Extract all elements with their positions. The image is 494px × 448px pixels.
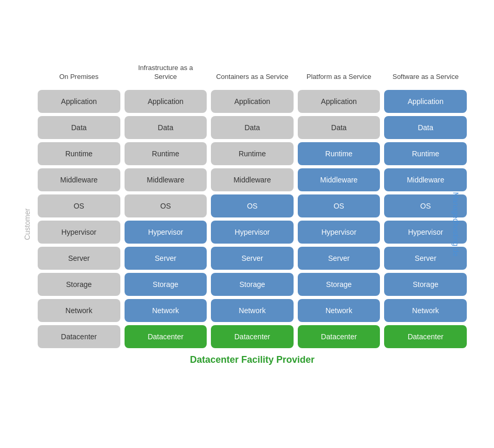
left-label: Customer bbox=[23, 208, 31, 240]
grid-cell: Middleware bbox=[298, 168, 380, 191]
grid-cell: Server bbox=[298, 247, 380, 270]
chart-wrapper: Customer Managedhosting.de On PremisesIn… bbox=[12, 51, 482, 397]
grid-cell: Middleware bbox=[384, 168, 467, 191]
grid-cell: Datacenter bbox=[298, 325, 380, 348]
grid-cell: Runtime bbox=[384, 142, 467, 165]
grid-cell: Runtime bbox=[211, 142, 294, 165]
grid-cell: Application bbox=[125, 90, 207, 113]
grid-cell: OS bbox=[125, 194, 207, 217]
right-label: Managedhosting.de bbox=[452, 192, 460, 256]
grid-cell: Storage bbox=[384, 273, 467, 296]
column-header: Software as a Service bbox=[384, 62, 467, 88]
grid-cell: Network bbox=[38, 299, 120, 322]
grid-cell: Server bbox=[38, 247, 120, 270]
grid-cell: Middleware bbox=[38, 168, 120, 191]
grid-cell: Hypervisor bbox=[38, 221, 120, 244]
grid-cell: Hypervisor bbox=[125, 221, 207, 244]
grid-cell: Application bbox=[298, 90, 380, 113]
column-header: Containers as a Service bbox=[211, 62, 294, 88]
grid-cell: Hypervisor bbox=[298, 221, 380, 244]
bottom-label: Datacenter Facility Provider bbox=[38, 354, 467, 365]
column-header: Platform as a Service bbox=[298, 62, 380, 88]
grid-cell: OS bbox=[211, 194, 294, 217]
grid-body: ApplicationApplicationApplicationApplica… bbox=[38, 90, 467, 348]
grid-cell: Network bbox=[211, 299, 294, 322]
grid-cell: Application bbox=[38, 90, 120, 113]
column-header: On Premises bbox=[38, 62, 120, 88]
grid-cell: Network bbox=[125, 299, 207, 322]
grid-cell: Runtime bbox=[38, 142, 120, 165]
grid-cell: Network bbox=[298, 299, 380, 322]
grid-cell: Data bbox=[211, 116, 294, 139]
grid-cell: Application bbox=[384, 90, 467, 113]
grid-cell: Runtime bbox=[125, 142, 207, 165]
grid-cell: Data bbox=[38, 116, 120, 139]
grid-cell: Server bbox=[125, 247, 207, 270]
grid-cell: Middleware bbox=[125, 168, 207, 191]
grid-cell: Datacenter bbox=[125, 325, 207, 348]
grid-cell: Datacenter bbox=[38, 325, 120, 348]
grid-cell: Datacenter bbox=[211, 325, 294, 348]
grid-cell: Storage bbox=[211, 273, 294, 296]
grid-cell: Data bbox=[298, 116, 380, 139]
grid-cell: Middleware bbox=[211, 168, 294, 191]
grid-cell: Datacenter bbox=[384, 325, 467, 348]
grid-cell: Storage bbox=[125, 273, 207, 296]
grid-cell: Network bbox=[384, 299, 467, 322]
grid-cell: Application bbox=[211, 90, 294, 113]
grid-cell: OS bbox=[38, 194, 120, 217]
grid-cell: Data bbox=[384, 116, 467, 139]
grid-cell: Hypervisor bbox=[211, 221, 294, 244]
grid-cell: Runtime bbox=[298, 142, 380, 165]
column-header: Infrastructure as a Service bbox=[125, 62, 207, 88]
grid-cell: Data bbox=[125, 116, 207, 139]
grid-cell: Server bbox=[211, 247, 294, 270]
grid-cell: Storage bbox=[298, 273, 380, 296]
column-headers: On PremisesInfrastructure as a ServiceCo… bbox=[38, 62, 467, 88]
grid-cell: OS bbox=[298, 194, 380, 217]
grid-cell: Storage bbox=[38, 273, 120, 296]
